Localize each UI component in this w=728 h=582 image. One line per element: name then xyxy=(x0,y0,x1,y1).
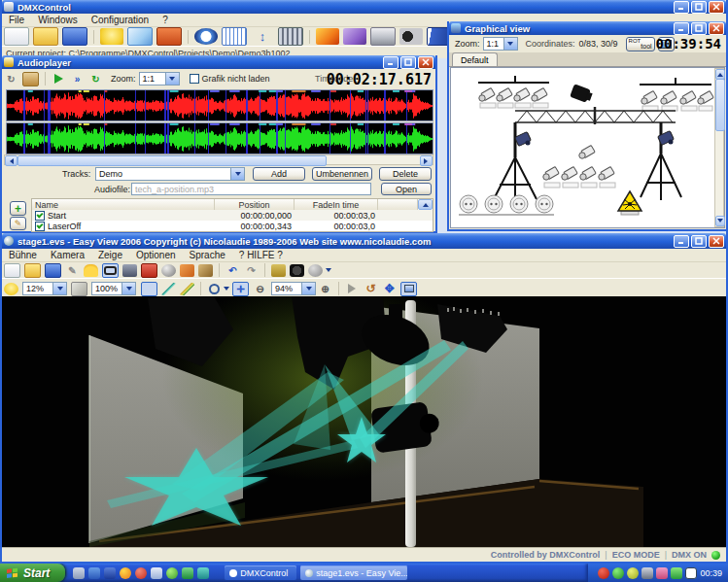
menu-buehne[interactable]: Bühne xyxy=(2,249,44,261)
table-row[interactable]: LaserOff 00:00:00,343 00:00:03,0 xyxy=(32,221,433,231)
grafik-checkbox-label[interactable]: Grafik nicht laden xyxy=(202,74,270,84)
column-header-position[interactable]: Position xyxy=(215,199,295,210)
taskbar-button-easyview[interactable]: stage1.evs - Easy Vie... xyxy=(300,565,407,580)
pan-view-icon[interactable]: ✥ xyxy=(382,283,397,295)
lamp-icon[interactable] xyxy=(100,28,123,45)
firefox-icon[interactable] xyxy=(120,567,131,579)
screen-preview-icon[interactable] xyxy=(141,282,157,296)
waveform-scrollbar[interactable] xyxy=(4,154,433,165)
audio-effect-icon[interactable] xyxy=(156,27,182,46)
redo-icon[interactable]: ↷ xyxy=(244,264,259,277)
tray-icon-2[interactable] xyxy=(612,567,624,579)
3d-glasses-icon[interactable] xyxy=(102,263,119,278)
scene-masks-icon[interactable] xyxy=(343,28,366,45)
taskbar-button-dmxcontrol[interactable]: DMXControl xyxy=(225,565,296,580)
tray-icon-4[interactable] xyxy=(641,567,653,579)
speaker-icon[interactable] xyxy=(399,28,423,45)
scrollbar-thumb[interactable] xyxy=(715,79,725,131)
zoom-out-icon[interactable]: ⊖ xyxy=(253,283,267,295)
add-cue-icon[interactable]: + xyxy=(10,201,26,216)
new-stage-icon[interactable] xyxy=(4,263,20,278)
chevron-down-icon[interactable] xyxy=(52,283,66,294)
open-button[interactable]: Open xyxy=(381,183,432,195)
minimize-button[interactable] xyxy=(674,235,689,248)
reset-camera-icon[interactable] xyxy=(400,282,417,296)
light-bulb-icon[interactable] xyxy=(4,283,18,295)
boot-icon[interactable] xyxy=(198,264,213,277)
printer-icon[interactable] xyxy=(370,27,396,46)
close-button[interactable] xyxy=(709,22,724,35)
audiofile-input[interactable]: tech_a-position.mp3 xyxy=(131,183,371,195)
menu-optionen[interactable]: Optionen xyxy=(129,249,183,261)
close-button[interactable] xyxy=(709,1,724,14)
scroll-down-icon[interactable] xyxy=(715,216,725,226)
chevron-down-icon[interactable] xyxy=(230,168,244,180)
quicklaunch-icon-7[interactable] xyxy=(166,567,178,579)
menu-sprache[interactable]: Sprache xyxy=(183,249,232,261)
eject-icon[interactable] xyxy=(22,72,39,86)
menu-hilfe[interactable]: ? HILFE ? xyxy=(232,249,290,261)
chevron-down-icon[interactable] xyxy=(165,73,179,85)
menu-help[interactable]: ? xyxy=(156,14,175,26)
box-view-icon[interactable] xyxy=(71,282,87,296)
menu-kamera[interactable]: Kamera xyxy=(44,249,91,261)
grafik-checkbox[interactable] xyxy=(190,74,199,84)
menu-zeige[interactable]: Zeige xyxy=(91,249,129,261)
edit-cue-icon[interactable]: ✎ xyxy=(10,217,26,230)
cue-checkbox[interactable] xyxy=(35,211,45,221)
rotate-view-icon[interactable]: ↺ xyxy=(364,283,378,295)
zoom-select[interactable]: 1:1 xyxy=(483,37,518,51)
waveform-right-channel[interactable] xyxy=(6,122,433,154)
maximize-button[interactable] xyxy=(691,235,707,248)
opera-icon[interactable] xyxy=(135,567,147,579)
ambient-select[interactable]: 100% xyxy=(91,282,136,295)
sphere-icon[interactable] xyxy=(161,264,176,277)
play-icon[interactable] xyxy=(52,73,66,86)
refresh-icon[interactable]: ↻ xyxy=(88,73,103,86)
show-desktop-icon[interactable] xyxy=(73,567,85,579)
scroll-left-icon[interactable] xyxy=(5,155,17,166)
rotation-tool-button[interactable]: ROT tool xyxy=(626,37,655,51)
save-stage-icon[interactable] xyxy=(45,263,61,278)
column-header-fadein[interactable]: FadeIn time xyxy=(295,199,378,210)
eye-icon[interactable] xyxy=(194,28,218,45)
construction-mode-icon[interactable] xyxy=(84,264,98,277)
graphical-view-titlebar[interactable]: Graphical view xyxy=(449,21,726,35)
menu-configuration[interactable]: Configuration xyxy=(85,14,156,26)
maximize-button[interactable] xyxy=(691,1,707,14)
new-project-icon[interactable] xyxy=(4,27,29,46)
quicklaunch-icon-2[interactable] xyxy=(88,567,100,579)
quicklaunch-icon-9[interactable] xyxy=(197,567,209,579)
zoom-select[interactable]: 1:1 xyxy=(139,72,180,86)
column-header-name[interactable]: Name xyxy=(32,199,215,210)
undo-icon[interactable]: ↶ xyxy=(225,264,240,277)
menu-file[interactable]: File xyxy=(2,14,31,26)
start-button[interactable]: Start xyxy=(0,564,65,582)
minimize-button[interactable] xyxy=(674,1,689,14)
stage-3d-viewport[interactable] xyxy=(2,296,726,547)
quicklaunch-icon-6[interactable] xyxy=(151,567,162,579)
transfer-arrows-icon[interactable]: ↕ xyxy=(251,28,274,45)
close-button[interactable] xyxy=(418,56,433,69)
maximize-button[interactable] xyxy=(691,22,707,35)
chevron-down-icon[interactable] xyxy=(503,38,517,50)
dmxcontrol-titlebar[interactable]: DMXControl xyxy=(2,0,726,14)
zoom-in-icon[interactable] xyxy=(207,283,222,295)
channel-grid-icon[interactable] xyxy=(222,27,247,46)
view-zoom-select[interactable]: 94% xyxy=(271,282,316,295)
tracks-select[interactable]: Demo xyxy=(95,167,245,181)
table-row[interactable]: Start 00:00:00,000 00:00:03,0 xyxy=(32,210,433,221)
scroll-up-icon[interactable] xyxy=(418,199,433,210)
cue-checkbox[interactable] xyxy=(35,222,45,231)
add-button[interactable]: Add xyxy=(253,167,305,181)
rename-button[interactable]: Umbenennen xyxy=(312,167,372,181)
movie-mode-icon[interactable] xyxy=(141,263,157,278)
easyview-titlebar[interactable]: stage1.evs - Easy View 2006 Copyright (c… xyxy=(2,233,726,249)
beam-color-icon[interactable] xyxy=(180,283,194,295)
figure-icon[interactable] xyxy=(122,264,137,277)
ball-render-icon[interactable] xyxy=(308,264,323,277)
quicklaunch-icon-8[interactable] xyxy=(182,567,193,579)
stage-plot-canvas[interactable] xyxy=(450,67,725,228)
taskbar-clock[interactable]: 00:39 xyxy=(700,568,722,578)
close-button[interactable] xyxy=(709,235,724,248)
